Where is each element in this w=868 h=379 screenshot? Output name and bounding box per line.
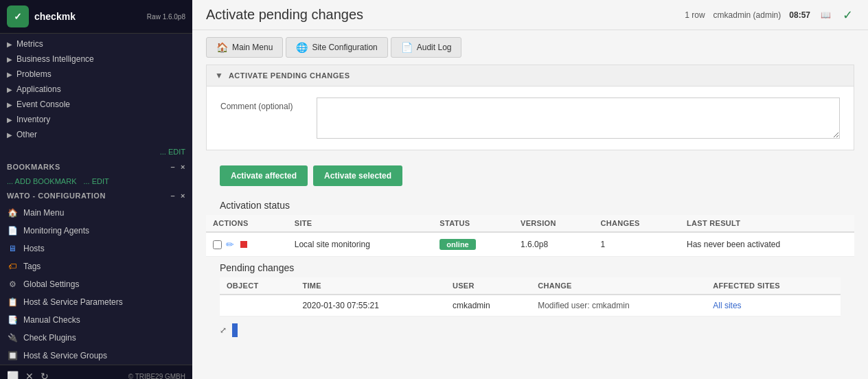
wato-item-tags[interactable]: 🏷 Tags: [0, 257, 192, 275]
activate-pending-panel: ▼ ACTIVATE PENDING CHANGES Comment (opti…: [206, 65, 854, 150]
audit-log-button[interactable]: 📄 Audit Log: [391, 37, 462, 58]
params-icon: 📋: [7, 297, 18, 308]
wato-item-label: Global Settings: [23, 279, 79, 289]
toggle-arrow-icon: ▼: [215, 71, 223, 80]
comment-row: Comment (optional): [220, 97, 840, 139]
wato-item-label: Check Plugins: [23, 333, 76, 343]
wato-label: WATO - CONFIGURATION: [7, 192, 106, 200]
col-object: OBJECT: [220, 277, 295, 295]
audit-log-label: Audit Log: [417, 43, 452, 52]
arrow-icon: ▶: [7, 86, 12, 93]
activate-affected-button[interactable]: Activate affected: [220, 165, 308, 186]
col-user: USER: [446, 277, 531, 295]
edit-icon[interactable]: ✏: [226, 239, 234, 250]
sidebar-item-label: Metrics: [16, 39, 43, 49]
sidebar-footer: ⬜ ✕ ↻ © TRIBE29 GMBH: [0, 365, 192, 379]
arrow-icon: ▶: [7, 71, 12, 78]
comment-label: Comment (optional): [220, 97, 303, 111]
wato-item-global-settings[interactable]: ⚙ Global Settings: [0, 275, 192, 293]
top-nav: 🏠 Main Menu 🌐 Site Configuration 📄 Audit…: [192, 30, 868, 65]
sidebar-collapse-icon[interactable]: ⬜: [7, 371, 19, 379]
comment-input[interactable]: [317, 97, 840, 139]
arrow-icon: ▶: [7, 116, 12, 124]
site-config-button[interactable]: 🌐 Site Configuration: [286, 37, 387, 58]
refresh-icon[interactable]: ↻: [41, 371, 49, 379]
wato-item-manual-checks[interactable]: 📑 Manual Checks: [0, 311, 192, 329]
close-icon[interactable]: ✕: [25, 371, 34, 379]
wato-close[interactable]: ×: [181, 192, 185, 200]
wato-item-main-menu[interactable]: 🏠 Main Menu: [0, 204, 192, 222]
rows-info: 1 row: [685, 10, 705, 20]
bookmark-edit-link[interactable]: ... EDIT: [83, 177, 108, 185]
sidebar-item-bi[interactable]: ▶ Business Intelligence: [0, 51, 192, 67]
wato-section-title: WATO - CONFIGURATION – ×: [0, 187, 192, 204]
manual-icon: 📑: [7, 314, 18, 325]
add-bookmark-link[interactable]: ... ADD BOOKMARK: [7, 177, 76, 185]
bookmarks-section-title: BOOKMARKS – ×: [0, 159, 192, 175]
wato-item-monitoring-agents[interactable]: 📄 Monitoring Agents: [0, 222, 192, 240]
action-buttons: Activate affected Activate selected: [206, 159, 854, 193]
brand-name: checkmk: [34, 11, 76, 22]
copyright-text: © TRIBE29 GMBH: [128, 373, 185, 380]
col-version: VERSION: [514, 215, 594, 232]
sidebar-item-event-console[interactable]: ▶ Event Console: [0, 97, 192, 112]
col-last-result: LAST RESULT: [680, 215, 854, 232]
home-icon: 🏠: [7, 207, 18, 218]
main-content: Activate pending changes 1 row cmkadmin …: [192, 0, 868, 379]
activation-status-table: ACTIONS SITE STATUS VERSION CHANGES LAST…: [206, 215, 854, 257]
home-nav-icon: 🏠: [216, 42, 228, 53]
bookmarks-close[interactable]: ×: [181, 163, 185, 171]
nav-section: ▶ Metrics ▶ Business Intelligence ▶ Prob…: [0, 34, 192, 145]
activation-status-section: Activation status ACTIONS SITE STATUS VE…: [206, 193, 854, 257]
sidebar-item-metrics[interactable]: ▶ Metrics: [0, 36, 192, 51]
pending-changes-title: Pending changes: [220, 257, 841, 277]
bookmarks-minus[interactable]: –: [170, 163, 175, 171]
row-checkbox[interactable]: [213, 240, 222, 249]
wato-item-hosts[interactable]: 🖥 Hosts: [0, 240, 192, 257]
activate-selected-button[interactable]: Activate selected: [313, 165, 402, 186]
stop-icon[interactable]: ⏹: [238, 238, 249, 251]
checkmk-header-icon[interactable]: ✓: [841, 8, 854, 22]
section-header-title: ACTIVATE PENDING CHANGES: [229, 71, 350, 80]
sidebar-item-label: Problems: [16, 69, 52, 79]
row-actions: ✏ ⏹: [206, 232, 288, 257]
site-cell: Local site monitoring: [288, 232, 433, 257]
wato-minus[interactable]: –: [170, 192, 175, 200]
host-icon: 🖥: [7, 243, 18, 254]
tag-icon: 🏷: [7, 261, 18, 272]
footer-icons: ⬜ ✕ ↻: [7, 371, 49, 379]
edit-label[interactable]: ... EDIT: [160, 148, 185, 156]
last-result-cell: Has never been activated: [680, 232, 854, 257]
version-cell: 1.6.0p8: [514, 232, 594, 257]
plugin-icon: 🔌: [7, 332, 18, 343]
pending-time: 2020-01-30 07:55:21: [295, 295, 446, 317]
site-config-label: Site Configuration: [312, 43, 377, 52]
pending-user: cmkadmin: [446, 295, 531, 317]
section-header[interactable]: ▼ ACTIVATE PENDING CHANGES: [207, 65, 854, 87]
sidebar-item-applications[interactable]: ▶ Applications: [0, 82, 192, 97]
gear-icon: ⚙: [7, 279, 18, 290]
activation-status-title: Activation status: [206, 193, 854, 215]
wato-item-check-plugins[interactable]: 🔌 Check Plugins: [0, 329, 192, 347]
sidebar-item-label: Event Console: [16, 100, 70, 109]
wato-item-label: Host & Service Groups: [23, 351, 107, 360]
wato-item-host-service-params[interactable]: 📋 Host & Service Parameters: [0, 293, 192, 311]
loading-expand-icon[interactable]: ⤢: [220, 325, 227, 335]
main-menu-button[interactable]: 🏠 Main Menu: [206, 37, 283, 58]
header-right: 1 row cmkadmin (admin) 08:57 📖 ✓: [685, 8, 854, 22]
globe-icon: 🌐: [296, 42, 308, 53]
arrow-icon: ▶: [7, 56, 12, 63]
sidebar-item-problems[interactable]: ▶ Problems: [0, 67, 192, 82]
book-icon[interactable]: 📖: [819, 8, 832, 22]
loading-bar: ⤢: [206, 317, 854, 344]
pending-object: [220, 295, 295, 317]
log-icon: 📄: [401, 42, 413, 53]
wato-item-host-service-groups[interactable]: 🔲 Host & Service Groups: [0, 347, 192, 365]
pending-changes-table: OBJECT TIME USER CHANGE AFFECTED SITES 2…: [220, 277, 841, 317]
sidebar-item-other[interactable]: ▶ Other: [0, 127, 192, 142]
sidebar-item-inventory[interactable]: ▶ Inventory: [0, 112, 192, 127]
page-title: Activate pending changes: [206, 7, 363, 23]
pending-affected-sites: All sites: [706, 295, 841, 317]
content-area: ▼ ACTIVATE PENDING CHANGES Comment (opti…: [192, 65, 868, 379]
arrow-icon: ▶: [7, 131, 12, 139]
